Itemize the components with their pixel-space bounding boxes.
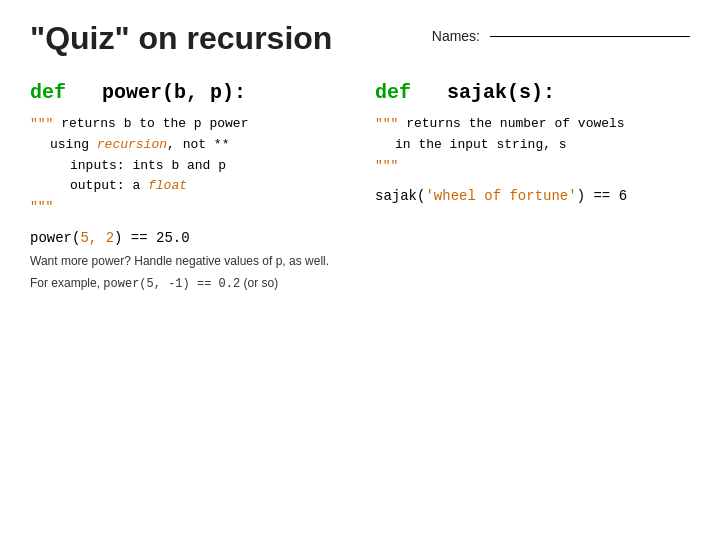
left-doc-recursion: recursion <box>97 137 167 152</box>
left-docstring-close: """ <box>30 197 345 218</box>
left-footer1: Want more power? Handle negative values … <box>30 254 345 268</box>
left-func-header: def power(b, p): <box>30 81 345 104</box>
right-ex-pre: sajak( <box>375 188 425 204</box>
left-docstring-open: """ returns b to the p power <box>30 114 345 135</box>
right-docstring-close: """ <box>375 156 690 177</box>
left-footer2-post: (or so) <box>240 276 278 290</box>
right-doc-line2: in the input string, s <box>395 135 690 156</box>
right-ex-post: ) == 6 <box>577 188 627 204</box>
left-ex-post: ) == 25.0 <box>114 230 190 246</box>
left-func-sig: power(b, p): <box>102 81 246 104</box>
left-column: def power(b, p): """ returns b to the p … <box>30 81 365 291</box>
right-column: def sajak(s): """ returns the number of … <box>365 81 690 291</box>
left-footer2-pre: For example, <box>30 276 103 290</box>
right-def-keyword: def <box>375 81 411 104</box>
names-text: Names: <box>432 28 480 44</box>
names-section: Names: <box>432 28 690 44</box>
left-footer2: For example, power(5, -1) == 0.2 (or so) <box>30 276 345 291</box>
right-docstring-open: """ returns the number of vowels <box>375 114 690 135</box>
left-example: power(5, 2) == 25.0 <box>30 230 345 246</box>
header: "Quiz" on recursion Names: <box>30 20 690 57</box>
right-func-sig: sajak(s): <box>447 81 555 104</box>
left-doc-line3: inputs: ints b and p <box>70 156 345 177</box>
right-ex-args: 'wheel of fortune' <box>425 188 576 204</box>
left-ex-args: 5, 2 <box>80 230 114 246</box>
left-doc-using: using <box>50 137 97 152</box>
right-func-header: def sajak(s): <box>375 81 690 104</box>
left-doc-not: , not ** <box>167 137 229 152</box>
left-doc-line4: output: a float <box>70 176 345 197</box>
right-example: sajak('wheel of fortune') == 6 <box>375 188 690 204</box>
left-def-keyword: def <box>30 81 66 104</box>
page: "Quiz" on recursion Names: def power(b, … <box>0 0 720 540</box>
names-input-line <box>490 36 690 37</box>
left-code-block: """ returns b to the p power using recur… <box>30 114 345 218</box>
left-ex-pre: power( <box>30 230 80 246</box>
page-title: "Quiz" on recursion <box>30 20 332 57</box>
content-columns: def power(b, p): """ returns b to the p … <box>30 81 690 291</box>
right-code-block: """ returns the number of vowels in the … <box>375 114 690 176</box>
left-footer2-code: power(5, -1) == 0.2 <box>103 277 240 291</box>
left-doc-line2: using recursion, not ** <box>50 135 345 156</box>
